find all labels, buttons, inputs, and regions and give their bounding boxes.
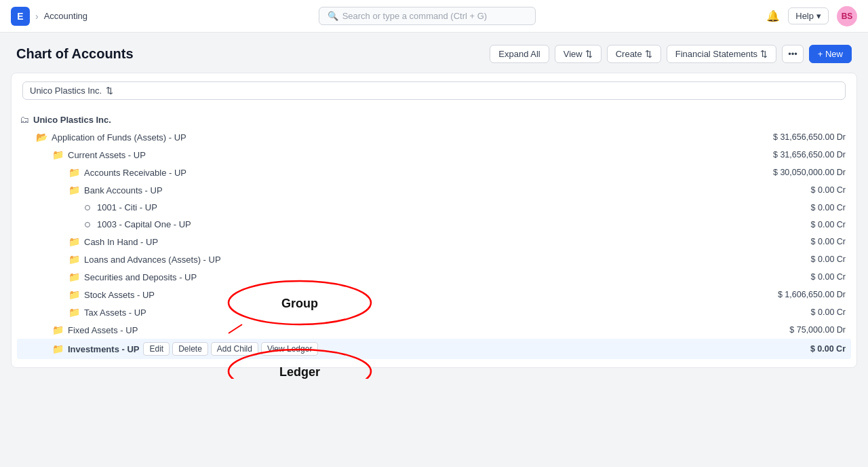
folder-icon: 📁 <box>68 167 80 178</box>
page-title: Chart of Accounts <box>16 46 134 62</box>
inline-actions: Edit Delete Add Child View Ledger <box>143 342 318 356</box>
folder-icon: 📁 <box>68 289 80 300</box>
account-label: 1001 - Citi - UP <box>97 202 157 212</box>
create-label: Create <box>616 49 642 59</box>
new-button[interactable]: + New <box>809 45 852 63</box>
table-row[interactable]: 📁 Accounts Receivable - UP $ 30,050,000.… <box>17 164 851 181</box>
view-button[interactable]: View ⇅ <box>555 45 601 63</box>
account-amount: $ 0.00 Cr <box>811 203 846 212</box>
expand-all-button[interactable]: Expand All <box>490 45 549 63</box>
account-amount: $ 0.00 Cr <box>811 220 846 229</box>
chevron-down-icon: ⇅ <box>585 49 593 59</box>
search-bar[interactable]: 🔍 Search or type a command (Ctrl + G) <box>319 7 536 25</box>
company-selector[interactable]: Unico Plastics Inc. ⇅ <box>22 81 846 100</box>
new-label: + New <box>818 49 843 59</box>
folder-icon: 📁 <box>68 307 80 318</box>
account-amount: $ 0.00 Cr <box>811 255 846 264</box>
selector-arrows-icon: ⇅ <box>106 86 113 96</box>
folder-icon: 📁 <box>68 272 80 282</box>
toolbar: Expand All View ⇅ Create ⇅ Financial Sta… <box>490 45 852 63</box>
notification-bell-icon[interactable]: 🔔 <box>766 10 780 22</box>
chevron-down-icon: ⇅ <box>760 49 768 59</box>
ledger-circle-icon <box>85 205 90 210</box>
table-row[interactable]: 📂 Application of Funds (Assets) - UP $ 3… <box>17 128 851 146</box>
table-row[interactable]: 📁 Bank Accounts - UP $ 0.00 Cr <box>17 181 851 199</box>
table-row[interactable]: 📁 Cash In Hand - UP $ 0.00 Cr <box>17 233 851 250</box>
svg-text:Ledger: Ledger <box>279 365 320 379</box>
chevron-down-icon: ▾ <box>816 11 821 21</box>
folder-icon: 📁 <box>52 149 64 160</box>
folder-icon: 📁 <box>52 324 64 335</box>
table-row[interactable]: 📁 Stock Assets - UP $ 1,606,650.00 Dr <box>17 286 851 303</box>
table-row[interactable]: 📁 Loans and Advances (Assets) - UP $ 0.0… <box>17 250 851 268</box>
search-placeholder: Search or type a command (Ctrl + G) <box>342 11 488 21</box>
account-amount: $ 1,606,650.00 Dr <box>778 290 846 299</box>
root-label: Unico Plastics Inc. <box>33 115 111 125</box>
account-label: Securities and Deposits - UP <box>84 272 197 282</box>
account-label: Stock Assets - UP <box>84 290 155 300</box>
breadcrumb-separator: › <box>35 11 39 22</box>
table-row[interactable]: 📁 Securities and Deposits - UP $ 0.00 Cr <box>17 268 851 286</box>
view-ledger-button[interactable]: View Ledger <box>261 342 319 356</box>
folder-icon: 📁 <box>68 185 80 195</box>
table-row[interactable]: 📁 Fixed Assets - UP $ 75,000.00 Dr <box>17 321 851 339</box>
create-button[interactable]: Create ⇅ <box>607 45 661 63</box>
ledger-circle-icon <box>85 222 90 227</box>
folder-open-icon: 📂 <box>36 132 47 143</box>
account-label: 1003 - Capital One - UP <box>97 219 191 229</box>
account-amount: $ 31,656,650.00 Dr <box>773 150 846 160</box>
financial-statements-label: Financial Statements <box>675 49 757 59</box>
account-amount: $ 0.00 Cr <box>811 272 846 282</box>
avatar: BS <box>837 6 857 26</box>
table-row[interactable]: 1001 - Citi - UP $ 0.00 Cr <box>17 199 851 216</box>
account-amount: $ 30,050,000.00 Dr <box>773 168 846 177</box>
app-icon: E <box>11 7 30 26</box>
account-label: Fixed Assets - UP <box>68 325 138 335</box>
table-row[interactable]: 1003 - Capital One - UP $ 0.00 Cr <box>17 216 851 233</box>
view-label: View <box>564 49 583 59</box>
account-tree: 🗂 Unico Plastics Inc. 📂 Application of F… <box>12 111 856 359</box>
account-label: Application of Funds (Assets) - UP <box>52 132 186 143</box>
expand-all-label: Expand All <box>498 49 540 59</box>
account-amount: $ 0.00 Cr <box>810 344 846 354</box>
delete-button[interactable]: Delete <box>172 342 208 356</box>
chevron-down-icon: ⇅ <box>645 49 652 59</box>
edit-button[interactable]: Edit <box>143 342 170 356</box>
breadcrumb: Accounting <box>44 11 87 21</box>
company-name: Unico Plastics Inc. <box>30 86 102 96</box>
account-label: Cash In Hand - UP <box>84 237 158 247</box>
account-amount: $ 0.00 Cr <box>811 185 846 195</box>
table-row[interactable]: 📁 Tax Assets - UP $ 0.00 Cr <box>17 303 851 321</box>
account-label: Accounts Receivable - UP <box>84 168 186 178</box>
add-child-button[interactable]: Add Child <box>211 342 258 356</box>
folder-open-icon: 🗂 <box>20 114 29 125</box>
tree-root-row[interactable]: 🗂 Unico Plastics Inc. <box>17 111 851 128</box>
folder-icon: 📁 <box>68 254 80 265</box>
table-row[interactable]: 📁 Current Assets - UP $ 31,656,650.00 Dr <box>17 146 851 164</box>
account-amount: $ 0.00 Cr <box>811 307 846 317</box>
investments-row[interactable]: 📁 Investments - UP Edit Delete Add Child… <box>17 339 851 359</box>
account-label: Investments - UP <box>68 344 139 354</box>
account-amount: $ 31,656,650.00 Dr <box>773 132 846 142</box>
dots-icon: ••• <box>788 49 797 59</box>
account-amount: $ 0.00 Cr <box>811 237 846 246</box>
account-label: Current Assets - UP <box>68 150 146 160</box>
financial-statements-button[interactable]: Financial Statements ⇅ <box>667 45 776 63</box>
search-icon: 🔍 <box>328 11 338 21</box>
folder-icon: 📁 <box>52 343 64 354</box>
help-label: Help <box>795 11 814 21</box>
folder-icon: 📁 <box>68 236 80 247</box>
account-amount: $ 75,000.00 Dr <box>789 325 846 335</box>
more-options-button[interactable]: ••• <box>782 45 804 63</box>
account-label: Bank Accounts - UP <box>84 185 163 195</box>
account-label: Loans and Advances (Assets) - UP <box>84 255 221 265</box>
account-label: Tax Assets - UP <box>84 307 146 318</box>
help-button[interactable]: Help ▾ <box>788 7 829 24</box>
